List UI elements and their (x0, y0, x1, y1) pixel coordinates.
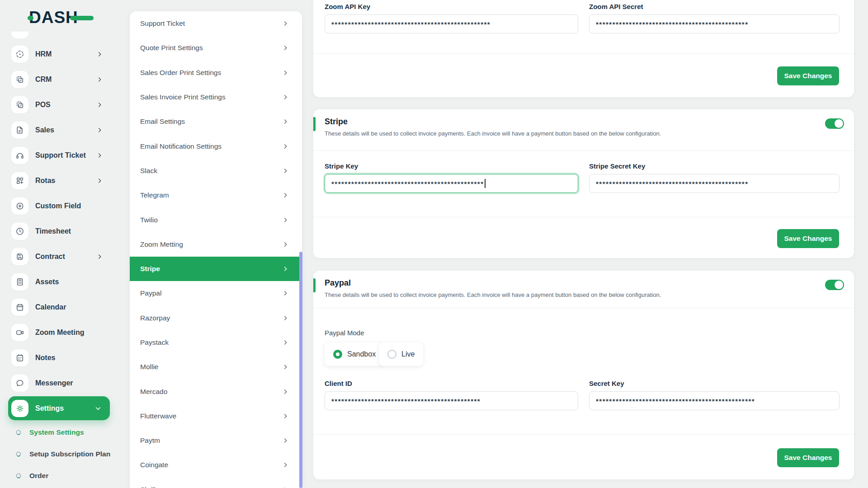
paypal-settings-card: Paypal These details will be used to col… (313, 271, 854, 479)
sidebar-item-notes[interactable]: Notes (11, 347, 118, 369)
sidebar-item-calendar[interactable]: Calendar (11, 296, 118, 318)
chevron-right-icon (282, 364, 289, 371)
notes-icon (11, 349, 28, 366)
sidebar-item-label: Settings (35, 404, 64, 413)
settings-menu-item-twilio[interactable]: Twilio (130, 207, 302, 232)
sidebar-item-label: Assets (35, 278, 59, 286)
chevron-right-icon (282, 437, 289, 444)
bullet-icon (15, 473, 22, 479)
sidebar-item-contract[interactable]: Contract (11, 246, 118, 267)
sidebar-item-messenger[interactable]: Messenger (11, 372, 118, 394)
settings-menu-item-paystack[interactable]: Paystack (130, 330, 302, 355)
menu-scrollbar[interactable] (299, 252, 302, 488)
sidebar: DASH HRM CRM POS Sales Support Ticket Ro… (0, 0, 122, 488)
copy-icon (11, 96, 28, 113)
bullet-icon (15, 451, 22, 457)
sidebar-item-pos[interactable]: POS (11, 94, 118, 116)
sidebar-item-hrm[interactable]: HRM (11, 43, 118, 65)
chevron-right-icon (282, 143, 289, 150)
chevron-right-icon (282, 314, 289, 321)
calculator-icon (11, 273, 28, 291)
save-button[interactable]: Save Changes (777, 66, 839, 85)
sidebar-item-label: Timesheet (35, 227, 71, 235)
copy-icon (11, 71, 28, 88)
settings-menu-item-telegram[interactable]: Telegram (130, 183, 302, 207)
subnav-item-order[interactable]: Order (0, 465, 118, 487)
radio-selected-icon (333, 350, 342, 359)
settings-subnav: System Settings Setup Subscription Plan … (0, 422, 118, 487)
sidebar-item-assets[interactable]: Assets (11, 271, 118, 293)
chevron-right-icon (96, 127, 103, 134)
settings-menu-item-email-notification-settings[interactable]: Email Notification Settings (130, 134, 302, 158)
divider (313, 308, 854, 308)
settings-menu-item-mollie[interactable]: Mollie (130, 355, 302, 379)
app-logo[interactable]: DASH (29, 8, 78, 27)
chevron-right-icon (282, 69, 289, 76)
bullet-icon (15, 429, 22, 436)
settings-menu-item-coingate[interactable]: Coingate (130, 453, 302, 477)
sidebar-item-custom-field[interactable]: Custom Field (11, 195, 118, 217)
chevron-right-icon (282, 462, 289, 469)
text-caret (485, 179, 486, 188)
sidebar-item-crm[interactable]: CRM (11, 69, 118, 90)
settings-menu-item-support-ticket[interactable]: Support Ticket (130, 11, 302, 36)
secret-key-input[interactable]: ****************************************… (589, 391, 840, 410)
sidebar-item-sales[interactable]: Sales (11, 119, 118, 141)
paypal-enabled-toggle[interactable] (825, 280, 844, 290)
divider (313, 53, 854, 54)
settings-menu-item-quote-print-settings[interactable]: Quote Print Settings (130, 36, 302, 60)
paypal-mode-live-option[interactable]: Live (379, 343, 423, 366)
settings-menu-item-skrill[interactable]: Skrill (130, 478, 302, 488)
secret-key-label: Secret Key (589, 380, 840, 387)
chevron-right-icon (282, 290, 289, 297)
sidebar-item-settings[interactable]: Settings (8, 396, 110, 420)
chevron-right-icon (96, 178, 103, 184)
sidebar-item-zoom-meeting[interactable]: Zoom Meeting (11, 322, 118, 343)
chevron-right-icon (96, 253, 103, 260)
save-button[interactable]: Save Changes (777, 229, 839, 248)
settings-menu-item-mercado[interactable]: Mercado (130, 379, 302, 404)
subnav-item-setup-subscription-plan[interactable]: Setup Subscription Plan (0, 443, 118, 465)
settings-menu-item-slack[interactable]: Slack (130, 159, 302, 183)
settings-menu-item-sales-order-print-settings[interactable]: Sales Order Print Settings (130, 61, 302, 85)
stripe-card-description: These details will be used to collect in… (325, 130, 661, 137)
chevron-right-icon (282, 118, 289, 125)
sidebar-item-label: Support Ticket (35, 151, 86, 160)
client-id-label: Client ID (325, 380, 578, 387)
radio-unselected-icon (387, 350, 396, 359)
stripe-secret-key-input[interactable]: ****************************************… (589, 174, 840, 193)
settings-menu-item-sales-invoice-print-settings[interactable]: Sales Invoice Print Settings (130, 85, 302, 109)
accent-bar (313, 278, 316, 292)
sidebar-item-label: Calendar (35, 303, 66, 311)
save-button[interactable]: Save Changes (777, 448, 839, 467)
grid-plus-icon (11, 172, 28, 189)
zoom-api-key-input[interactable]: ****************************************… (325, 14, 578, 33)
file-icon (11, 122, 28, 139)
settings-menu-item-paytm[interactable]: Paytm (130, 428, 302, 453)
paypal-mode-sandbox-option[interactable]: Sandbox (325, 343, 384, 366)
chevron-right-icon (96, 51, 103, 58)
subnav-item-system-settings[interactable]: System Settings (0, 422, 118, 443)
video-icon (11, 324, 28, 341)
paypal-card-description: These details will be used to collect in… (325, 291, 661, 298)
sidebar-nav: HRM CRM POS Sales Support Ticket Rotas C… (0, 43, 118, 398)
chat-icon (11, 375, 28, 392)
chevron-right-icon (282, 388, 289, 395)
settings-menu-item-flutterwave[interactable]: Flutterwave (130, 404, 302, 428)
sidebar-item-label: Contract (35, 253, 65, 261)
settings-menu-item-email-settings[interactable]: Email Settings (130, 109, 302, 134)
stripe-key-input[interactable]: ****************************************… (325, 174, 578, 193)
settings-menu-item-stripe[interactable]: Stripe (130, 257, 302, 281)
sidebar-item-support-ticket[interactable]: Support Ticket (11, 145, 118, 166)
settings-menu-item-paypal[interactable]: Paypal (130, 281, 302, 305)
sidebar-item-timesheet[interactable]: Timesheet (11, 221, 118, 242)
stripe-enabled-toggle[interactable] (825, 118, 844, 129)
sidebar-item-rotas[interactable]: Rotas (11, 170, 118, 192)
sidebar-item-label: Rotas (35, 177, 55, 185)
zoom-api-secret-input[interactable]: ****************************************… (589, 14, 840, 33)
sidebar-item-label: POS (35, 101, 51, 109)
settings-menu-item-zoom-metting[interactable]: Zoom Metting (130, 232, 302, 257)
client-id-input[interactable]: ****************************************… (325, 391, 578, 410)
settings-menu-item-razorpay[interactable]: Razorpay (130, 306, 302, 330)
chevron-right-icon (282, 339, 289, 346)
